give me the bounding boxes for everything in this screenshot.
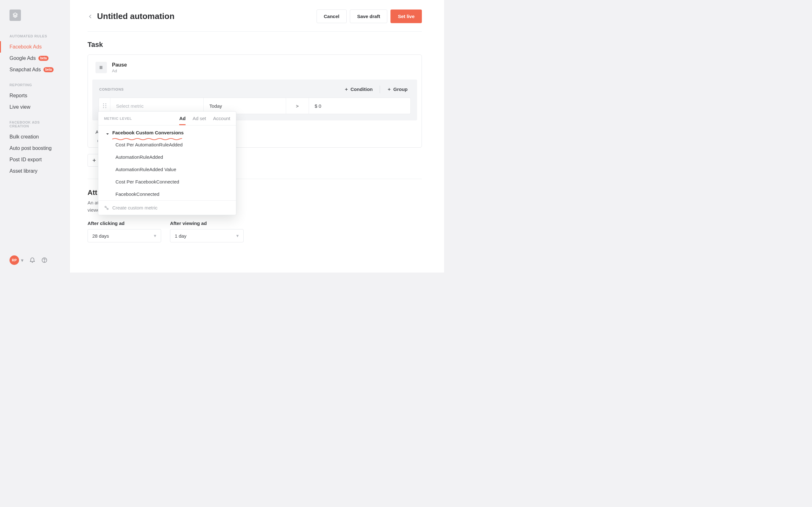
create-custom-metric[interactable]: Create custom metric xyxy=(98,200,236,215)
sidebar-item-label: Reports xyxy=(9,93,27,99)
sidebar-item-post-id-export[interactable]: Post ID export xyxy=(0,154,69,165)
help-icon[interactable] xyxy=(41,257,48,263)
nav-heading-automated-rules: AUTOMATED RULES xyxy=(0,32,69,41)
sidebar-item-label: Facebook Ads xyxy=(9,44,42,50)
metric-option[interactable]: AutomationRuleAdded Value xyxy=(98,163,236,176)
avatar: RP xyxy=(9,256,19,265)
set-live-button[interactable]: Set live xyxy=(391,9,422,23)
sidebar-item-label: Live view xyxy=(9,104,31,110)
add-condition-label: Condition xyxy=(351,87,373,92)
metric-option[interactable]: AutomationRuleAdded xyxy=(98,151,236,163)
task-section-title: Task xyxy=(88,41,422,49)
metric-option[interactable]: FacebookConnected xyxy=(98,188,236,200)
chevron-down-icon: ▾ xyxy=(154,233,156,239)
metric-select-placeholder: Select metric xyxy=(116,103,144,109)
sidebar-item-facebook-ads[interactable]: Facebook Ads xyxy=(0,41,69,53)
logo-icon xyxy=(9,9,21,21)
attribution-windows: After clicking ad 28 days ▾ After viewin… xyxy=(88,221,422,242)
after-view-value: 1 day xyxy=(175,233,187,239)
add-condition-button[interactable]: Condition xyxy=(342,85,375,93)
sidebar: AUTOMATED RULES Facebook Ads Google Ads … xyxy=(0,0,70,273)
page-header: Untitled automation Cancel Save draft Se… xyxy=(88,9,422,32)
sidebar-footer: RP ▾ xyxy=(0,249,69,273)
value-text: $ 0 xyxy=(315,103,321,109)
tab-adset[interactable]: Ad set xyxy=(193,116,206,125)
sidebar-item-reports[interactable]: Reports xyxy=(0,90,69,101)
notifications-icon[interactable] xyxy=(29,257,36,263)
logo xyxy=(0,0,69,29)
create-custom-metric-label: Create custom metric xyxy=(112,205,158,210)
sidebar-item-label: Bulk creation xyxy=(9,134,39,140)
user-menu[interactable]: RP ▾ xyxy=(9,256,23,265)
operator-select[interactable]: > xyxy=(286,98,309,114)
svg-point-6 xyxy=(103,107,104,108)
metric-option[interactable]: Cost Per FacebookConnected xyxy=(98,176,236,188)
after-click-value: 28 days xyxy=(92,233,109,239)
save-draft-button[interactable]: Save draft xyxy=(350,9,388,23)
beta-badge: beta xyxy=(38,56,49,61)
task-card: II Pause Ad CONDITIONS Condition xyxy=(88,55,422,148)
nav-heading-reporting: REPORTING xyxy=(0,81,69,90)
timeframe-value: Today xyxy=(209,103,222,109)
metric-dropdown: METRIC LEVEL Ad Ad set Account Facebook … xyxy=(98,111,236,215)
svg-point-4 xyxy=(103,105,104,106)
chevron-down-icon: ▾ xyxy=(236,233,239,239)
task-name: Pause xyxy=(112,62,127,68)
after-view-select[interactable]: 1 day ▾ xyxy=(170,229,244,242)
chevron-down-icon: ▾ xyxy=(21,257,23,263)
metric-level-label: METRIC LEVEL xyxy=(104,117,132,120)
tab-ad[interactable]: Ad xyxy=(179,116,186,125)
operator-value: > xyxy=(296,103,299,109)
nav-section-creation: FACEBOOK ADS CREATION Bulk creation Auto… xyxy=(0,115,69,179)
sidebar-item-live-view[interactable]: Live view xyxy=(0,101,69,113)
metric-group-title: Facebook Custom Conversions xyxy=(112,130,184,135)
tab-account[interactable]: Account xyxy=(213,116,230,125)
cancel-button[interactable]: Cancel xyxy=(316,9,347,23)
sidebar-item-auto-post-boosting[interactable]: Auto post boosting xyxy=(0,143,69,154)
page-title: Untitled automation xyxy=(97,11,313,21)
main-content: Untitled automation Cancel Save draft Se… xyxy=(70,0,444,273)
back-arrow-icon[interactable] xyxy=(88,14,93,19)
plus-icon xyxy=(92,158,97,163)
sidebar-item-google-ads[interactable]: Google Ads beta xyxy=(0,53,69,64)
value-input[interactable]: $ 0 xyxy=(309,98,410,114)
add-group-label: Group xyxy=(393,87,408,92)
svg-point-3 xyxy=(105,103,106,104)
sidebar-item-label: Post ID export xyxy=(9,157,42,163)
sidebar-item-label: Snapchat Ads xyxy=(9,66,41,73)
plus-icon xyxy=(344,87,349,92)
sidebar-item-bulk-creation[interactable]: Bulk creation xyxy=(0,131,69,143)
after-click-label: After clicking ad xyxy=(88,221,161,226)
add-group-button[interactable]: Group xyxy=(385,85,410,93)
sidebar-item-snapchat-ads[interactable]: Snapchat Ads beta xyxy=(0,64,69,75)
underline-annotation xyxy=(112,136,182,138)
after-click-select[interactable]: 28 days ▾ xyxy=(88,229,161,242)
caret-down-icon xyxy=(106,131,109,134)
plus-icon xyxy=(387,87,392,92)
nav-heading-creation: FACEBOOK ADS CREATION xyxy=(0,118,69,131)
svg-point-7 xyxy=(105,107,106,108)
svg-point-1 xyxy=(44,262,44,262)
svg-point-2 xyxy=(103,103,104,104)
beta-badge: beta xyxy=(44,67,54,72)
sidebar-item-asset-library[interactable]: Asset library xyxy=(0,165,69,177)
conditions-label: CONDITIONS xyxy=(99,88,124,91)
nav-section-reporting: REPORTING Reports Live view xyxy=(0,77,69,115)
sidebar-item-label: Asset library xyxy=(9,168,38,174)
nav-section-automated-rules: AUTOMATED RULES Facebook Ads Google Ads … xyxy=(0,29,69,77)
after-view-label: After viewing ad xyxy=(170,221,244,226)
sidebar-item-label: Auto post boosting xyxy=(9,145,52,152)
task-level: Ad xyxy=(112,68,127,73)
task-header: II Pause Ad xyxy=(88,55,421,79)
pause-icon: II xyxy=(96,62,107,73)
metric-group-header[interactable]: Facebook Custom Conversions xyxy=(98,125,236,138)
custom-metric-icon xyxy=(104,205,109,210)
sidebar-item-label: Google Ads xyxy=(9,55,36,61)
svg-point-5 xyxy=(105,105,106,106)
